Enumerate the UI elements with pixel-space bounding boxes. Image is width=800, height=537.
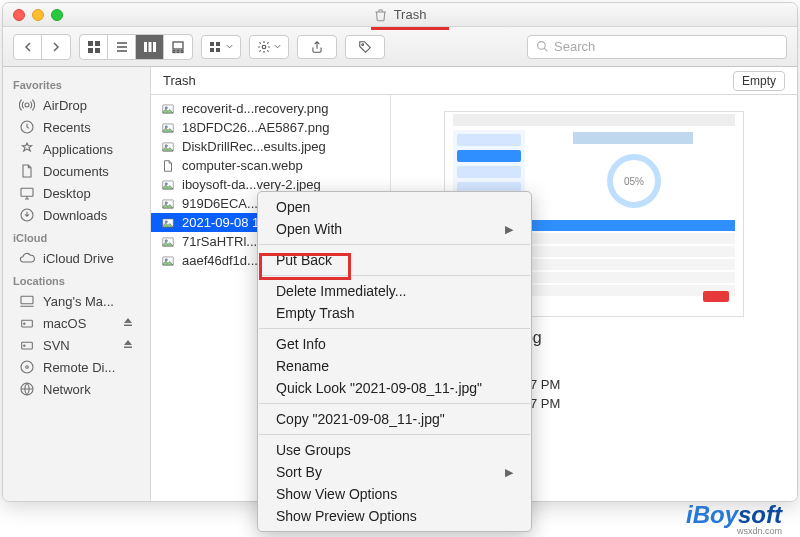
svg-rect-0	[88, 41, 93, 46]
svg-rect-24	[21, 188, 33, 196]
svg-point-47	[165, 239, 167, 241]
search-input[interactable]: Search	[527, 35, 787, 59]
svg-point-32	[26, 366, 29, 369]
search-placeholder: Search	[554, 39, 595, 54]
svg-rect-8	[148, 42, 151, 52]
svg-rect-11	[173, 50, 175, 52]
ctx-sort-by[interactable]: Sort By▶	[258, 461, 531, 483]
ctx-view-options[interactable]: Show View Options	[258, 483, 531, 505]
path-bar: Trash Empty	[151, 67, 797, 95]
window-title-text: Trash	[394, 7, 427, 22]
arrange-button[interactable]	[201, 35, 241, 59]
icon-view-button[interactable]	[80, 35, 108, 59]
column-view-button[interactable]	[136, 35, 164, 59]
sidebar-item[interactable]: Downloads	[3, 204, 150, 226]
svg-point-18	[262, 45, 266, 49]
ctx-open-with[interactable]: Open With▶	[258, 218, 531, 240]
svg-rect-9	[153, 42, 156, 52]
annotation-underline	[371, 27, 449, 30]
sidebar-heading-locations: Locations	[3, 269, 150, 290]
zoom-window-button[interactable]	[51, 9, 63, 21]
svg-point-37	[165, 125, 167, 127]
ctx-open[interactable]: Open	[258, 196, 531, 218]
traffic-lights	[3, 9, 63, 21]
ctx-quick-look[interactable]: Quick Look "2021-09-08_11-.jpg"	[258, 377, 531, 399]
svg-rect-7	[144, 42, 147, 52]
sidebar-item[interactable]: macOS	[3, 312, 150, 334]
trash-icon	[374, 8, 388, 22]
ctx-delete-immediately[interactable]: Delete Immediately...	[258, 280, 531, 302]
minimize-window-button[interactable]	[32, 9, 44, 21]
file-row[interactable]: DiskDrillRec...esults.jpeg	[151, 137, 390, 156]
chevron-down-icon	[226, 44, 233, 49]
separator	[259, 244, 530, 245]
preview-percent: 05%	[607, 154, 661, 208]
sidebar-item[interactable]: Documents	[3, 160, 150, 182]
separator	[259, 434, 530, 435]
svg-point-31	[21, 361, 33, 373]
svg-point-28	[24, 323, 25, 324]
svg-rect-16	[216, 42, 220, 46]
separator	[259, 328, 530, 329]
svg-rect-26	[21, 296, 33, 303]
svg-point-30	[24, 345, 25, 346]
submenu-arrow-icon: ▶	[505, 223, 513, 236]
context-menu: Open Open With▶ Put Back Delete Immediat…	[257, 191, 532, 532]
gallery-view-button[interactable]	[164, 35, 192, 59]
watermark-logo: iBoysoft	[686, 501, 782, 529]
svg-rect-13	[181, 50, 183, 52]
empty-trash-button[interactable]: Empty	[733, 71, 785, 91]
svg-point-19	[362, 43, 364, 45]
svg-line-21	[544, 48, 547, 51]
svg-rect-10	[173, 42, 183, 49]
file-row[interactable]: 18DFDC26...AE5867.png	[151, 118, 390, 137]
svg-point-41	[165, 182, 167, 184]
sidebar-item[interactable]: Desktop	[3, 182, 150, 204]
file-row[interactable]: recoverit-d...recovery.png	[151, 99, 390, 118]
gear-icon	[257, 40, 271, 54]
svg-point-45	[165, 220, 167, 222]
share-icon	[310, 40, 324, 54]
tags-button[interactable]	[345, 35, 385, 59]
sidebar-item[interactable]: SVN	[3, 334, 150, 356]
forward-button[interactable]	[42, 35, 70, 59]
sidebar-item[interactable]: Network	[3, 378, 150, 400]
share-button[interactable]	[297, 35, 337, 59]
svg-point-43	[165, 201, 167, 203]
nav-buttons	[13, 34, 71, 60]
view-mode-group	[79, 34, 193, 60]
separator	[259, 403, 530, 404]
sidebar-item[interactable]: Recents	[3, 116, 150, 138]
separator	[259, 275, 530, 276]
list-view-button[interactable]	[108, 35, 136, 59]
close-window-button[interactable]	[13, 9, 25, 21]
sidebar: Favorites AirDropRecentsApplicationsDocu…	[3, 67, 151, 501]
ctx-copy[interactable]: Copy "2021-09-08_11-.jpg"	[258, 408, 531, 430]
action-button[interactable]	[249, 35, 289, 59]
svg-point-49	[165, 258, 167, 260]
path-location: Trash	[163, 73, 196, 88]
ctx-rename[interactable]: Rename	[258, 355, 531, 377]
watermark-sub: wsxdn.com	[737, 526, 782, 536]
svg-point-39	[165, 144, 167, 146]
svg-rect-1	[95, 41, 100, 46]
submenu-arrow-icon: ▶	[505, 466, 513, 479]
ctx-use-groups[interactable]: Use Groups	[258, 439, 531, 461]
sidebar-heading-icloud: iCloud	[3, 226, 150, 247]
search-icon	[536, 40, 549, 53]
svg-point-35	[165, 106, 167, 108]
ctx-put-back[interactable]: Put Back	[258, 249, 531, 271]
back-button[interactable]	[14, 35, 42, 59]
ctx-get-info[interactable]: Get Info	[258, 333, 531, 355]
sidebar-item[interactable]: Yang's Ma...	[3, 290, 150, 312]
toolbar: Search	[3, 27, 797, 67]
file-row[interactable]: computer-scan.webp	[151, 156, 390, 175]
svg-point-22	[25, 103, 29, 107]
sidebar-item[interactable]: iCloud Drive	[3, 247, 150, 269]
tag-icon	[358, 40, 372, 54]
ctx-preview-options[interactable]: Show Preview Options	[258, 505, 531, 527]
sidebar-item[interactable]: Remote Di...	[3, 356, 150, 378]
sidebar-item[interactable]: AirDrop	[3, 94, 150, 116]
ctx-empty-trash[interactable]: Empty Trash	[258, 302, 531, 324]
sidebar-item[interactable]: Applications	[3, 138, 150, 160]
